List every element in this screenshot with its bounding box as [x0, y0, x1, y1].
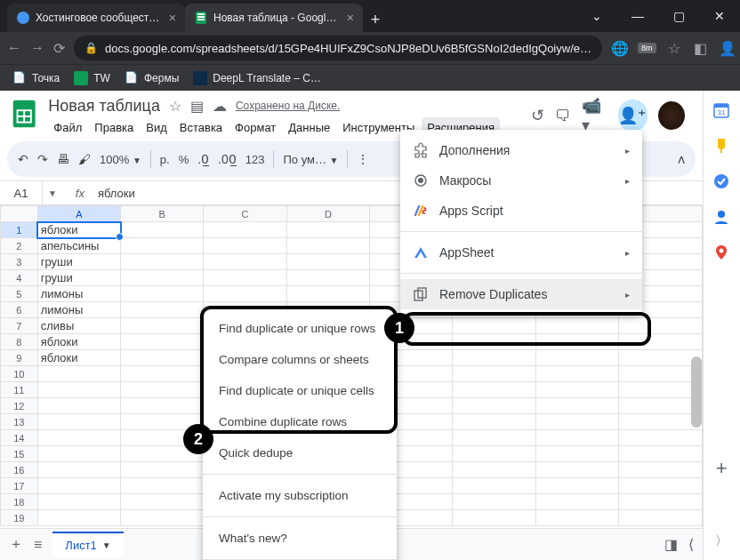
add-panel-icon[interactable]: + [716, 457, 728, 480]
col-header[interactable]: A [37, 206, 120, 222]
decrease-decimal-icon[interactable]: .0̲ [197, 152, 209, 166]
forward-icon[interactable]: → [30, 40, 44, 56]
menu-view[interactable]: Вид [141, 117, 173, 138]
row-header[interactable]: 4 [1, 270, 38, 286]
new-tab-button[interactable]: + [363, 7, 388, 32]
cell[interactable]: лимоны [37, 302, 120, 318]
contacts-icon[interactable] [712, 208, 730, 226]
sub-activate[interactable]: Activate my subscription [203, 480, 397, 511]
menu-insert[interactable]: Вставка [174, 117, 228, 138]
bookmark[interactable]: TW [68, 68, 116, 89]
name-box-chevron[interactable]: ▼ [43, 188, 62, 198]
bookmark[interactable]: DeepL Translate – С… [188, 68, 326, 89]
name-box[interactable]: A1 [0, 181, 43, 204]
cell[interactable] [286, 222, 369, 238]
col-header[interactable]: B [121, 206, 204, 222]
col-header[interactable]: C [204, 206, 286, 222]
row-header[interactable]: 15 [1, 446, 38, 462]
ext-remove-duplicates[interactable]: Remove Duplicates ▸ [400, 279, 642, 309]
cell[interactable]: сливы [37, 318, 120, 334]
back-icon[interactable]: ← [7, 40, 21, 56]
sub-combine[interactable]: Combine duplicate rows [203, 406, 397, 437]
select-all-corner[interactable] [1, 206, 38, 222]
close-window-icon[interactable]: ✕ [699, 0, 740, 32]
sub-find-dup-rows[interactable]: Find duplicate or unique rows [203, 313, 397, 344]
row-header[interactable]: 6 [1, 302, 38, 318]
cell[interactable] [121, 222, 204, 238]
doc-title[interactable]: Новая таблица [48, 97, 160, 116]
reload-icon[interactable]: ⟳ [53, 40, 65, 57]
share-button[interactable]: 👤⁺ [618, 100, 648, 132]
row-header[interactable]: 11 [1, 382, 38, 398]
history-icon[interactable]: ↺ [531, 106, 544, 125]
zoom-select[interactable]: 100% ▼ [100, 153, 141, 166]
comment-icon[interactable]: 🗨 [555, 107, 571, 125]
cloud-icon[interactable]: ☁ [213, 98, 227, 115]
row-header[interactable]: 19 [1, 510, 38, 526]
calendar-icon[interactable]: 31 [712, 101, 730, 119]
account-avatar[interactable] [658, 101, 685, 130]
browser-tab[interactable]: Хостинговое сообщество «Time… × [7, 4, 185, 32]
menu-format[interactable]: Формат [229, 117, 281, 138]
number-format-button[interactable]: 123 [245, 153, 265, 166]
minimize-icon[interactable]: — [617, 0, 658, 32]
explore-icon[interactable]: ◨ [664, 536, 678, 553]
print-icon[interactable]: 🖶 [57, 152, 69, 166]
all-sheets-icon[interactable]: ≡ [34, 537, 42, 553]
collapse-toolbar-icon[interactable]: ʌ [678, 152, 685, 166]
star-icon[interactable]: ☆ [665, 40, 683, 57]
move-icon[interactable]: ▤ [190, 98, 204, 115]
ext-macros[interactable]: Макросы ▸ [400, 165, 642, 196]
menu-data[interactable]: Данные [283, 117, 335, 138]
browser-tab[interactable]: Новая таблица - Google Табли… × [185, 4, 363, 32]
row-header[interactable]: 5 [1, 286, 38, 302]
row-header[interactable]: 10 [1, 366, 38, 382]
percent-button[interactable]: % [179, 153, 189, 166]
ext-appsheet[interactable]: AppSheet ▸ [400, 237, 642, 268]
currency-button[interactable]: р. [160, 153, 170, 166]
cell[interactable]: яблоки [37, 222, 120, 238]
row-header[interactable]: 12 [1, 398, 38, 414]
row-header[interactable]: 13 [1, 414, 38, 430]
vertical-scrollbar[interactable] [691, 356, 702, 428]
tasks-icon[interactable] [712, 172, 730, 190]
profile-icon[interactable]: 👤 [719, 40, 736, 57]
increase-decimal-icon[interactable]: .00̲ [218, 152, 237, 166]
star-icon[interactable]: ☆ [169, 98, 181, 115]
side-panel-toggle-icon[interactable]: ⟨ [688, 536, 694, 553]
cell[interactable]: апельсины [37, 238, 120, 254]
row-header[interactable]: 1 [1, 222, 38, 238]
close-icon[interactable]: × [347, 11, 354, 25]
maximize-icon[interactable]: ▢ [658, 0, 699, 32]
ext-addons[interactable]: Дополнения ▸ [400, 135, 642, 165]
row-header[interactable]: 3 [1, 254, 38, 270]
window-down-icon[interactable]: ⌄ [576, 0, 617, 32]
sub-quick-dedupe[interactable]: Quick dedupe [203, 437, 397, 468]
row-header[interactable]: 7 [1, 318, 38, 334]
add-sheet-icon[interactable]: ＋ [9, 535, 23, 554]
row-header[interactable]: 17 [1, 478, 38, 494]
close-icon[interactable]: × [169, 11, 176, 25]
row-header[interactable]: 2 [1, 238, 38, 254]
sheets-logo[interactable] [7, 96, 41, 132]
col-header[interactable]: D [286, 206, 369, 222]
menu-edit[interactable]: Правка [89, 117, 139, 138]
cell[interactable] [204, 222, 286, 238]
bookmark[interactable]: 📄Точка [7, 68, 65, 89]
sub-compare[interactable]: Compare columns or sheets [203, 344, 397, 375]
font-select[interactable]: По ум… ▼ [283, 153, 338, 166]
sheet-tab[interactable]: Лист1 ▼ [52, 532, 123, 557]
ext-appsscript[interactable]: Apps Script [400, 196, 642, 226]
row-header[interactable]: 9 [1, 350, 38, 366]
hide-panel-icon[interactable]: 〉 [715, 533, 728, 549]
chevron-down-icon[interactable]: ▼ [102, 540, 111, 550]
cell[interactable]: лимоны [37, 286, 120, 302]
row-header[interactable]: 16 [1, 462, 38, 478]
sub-whatsnew[interactable]: What's new? [203, 523, 397, 554]
translate-icon[interactable]: 🌐 [611, 40, 629, 57]
paint-format-icon[interactable]: 🖌 [78, 152, 91, 166]
undo-icon[interactable]: ↶ [18, 152, 28, 166]
row-header[interactable]: 8 [1, 334, 38, 350]
cell[interactable]: яблоки [37, 334, 120, 350]
maps-icon[interactable] [712, 244, 730, 261]
